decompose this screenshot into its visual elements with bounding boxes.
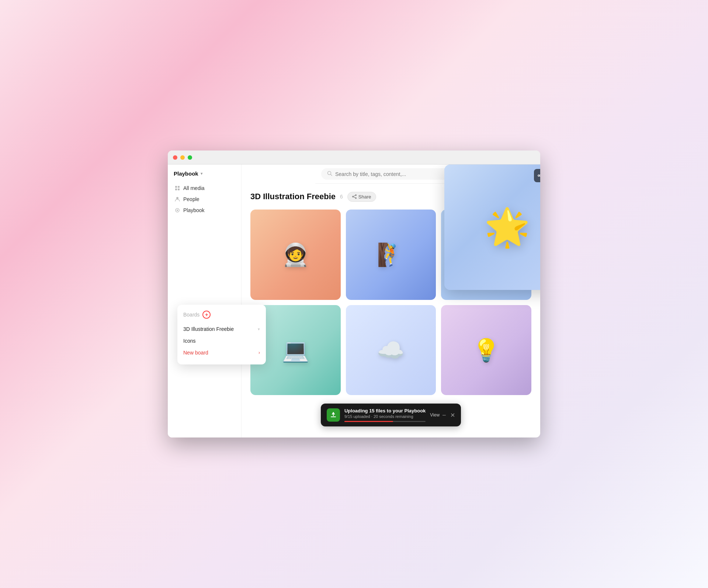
svg-rect-0 — [175, 186, 177, 188]
app-name-button[interactable]: Playbook ▾ — [168, 170, 241, 183]
add-board-button[interactable]: + — [202, 311, 211, 319]
sidebar-item-all-media[interactable]: All media — [171, 183, 238, 194]
card-emoji-5: ☁️ — [377, 337, 405, 363]
svg-point-22 — [538, 175, 539, 176]
board-name-3d: 3D Illustration Freebie — [183, 326, 258, 332]
card-emoji-4: 💻 — [282, 337, 309, 363]
share-button[interactable]: Share — [347, 192, 376, 202]
card-emoji-2: 🧗 — [377, 242, 405, 268]
toast-view-button[interactable]: View — [430, 412, 440, 418]
svg-line-11 — [353, 196, 355, 197]
toast-close-button[interactable]: ✕ — [450, 412, 455, 419]
board-item-3d[interactable]: 3D Illustration Freebie ▾ — [183, 323, 260, 335]
sidebar-item-people[interactable]: People — [171, 194, 238, 205]
preview-illustration: 🌟 — [484, 205, 530, 249]
svg-point-6 — [177, 210, 178, 211]
new-board-item[interactable]: New board › — [183, 347, 260, 359]
preview-share-button[interactable] — [534, 169, 540, 182]
toast-minimize-button[interactable]: – — [442, 412, 446, 418]
app-name-label: Playbook — [174, 170, 198, 177]
toast-subtitle: 9/15 uploaded · 20 seconds remaining — [344, 414, 426, 419]
page-title: 3D Illustration Freebie — [250, 192, 336, 201]
toast-progress-fill — [344, 421, 393, 422]
svg-rect-1 — [178, 186, 180, 188]
preview-actions — [534, 169, 540, 182]
svg-rect-2 — [175, 188, 177, 190]
board-item-icons[interactable]: Icons — [183, 335, 260, 347]
app-body: Playbook ▾ All media — [168, 165, 540, 437]
svg-line-12 — [353, 197, 355, 198]
person-icon — [174, 196, 180, 202]
toast-actions: View – ✕ — [430, 412, 455, 419]
sidebar: Playbook ▾ All media — [168, 165, 242, 437]
card-emoji-1: 🧑‍🚀 — [282, 242, 309, 268]
share-label: Share — [358, 194, 371, 200]
app-name-chevron: ▾ — [201, 172, 202, 176]
new-board-arrow: › — [258, 350, 260, 355]
svg-line-23 — [539, 174, 540, 175]
image-card-5[interactable]: ☁️ — [346, 305, 436, 395]
toast-progress-bar — [344, 421, 426, 422]
svg-line-24 — [539, 176, 540, 177]
close-button[interactable] — [173, 155, 177, 160]
card-emoji-6: 💡 — [472, 337, 500, 363]
svg-point-10 — [352, 196, 353, 197]
sidebar-item-playbook[interactable]: Playbook — [171, 205, 238, 216]
maximize-button[interactable] — [188, 155, 192, 160]
sidebar-nav: All media People — [168, 183, 241, 216]
svg-point-4 — [176, 197, 178, 199]
app-window: Playbook ▾ All media — [168, 151, 540, 437]
boards-popup: Boards + 3D Illustration Freebie ▾ Icons… — [177, 305, 266, 364]
toast-title: Uploading 15 files to your Playbook — [344, 408, 426, 414]
boards-popup-header: Boards + — [183, 311, 260, 319]
people-label: People — [183, 196, 199, 202]
toast-icon — [327, 408, 340, 422]
all-media-label: All media — [183, 185, 205, 191]
toast-content: Uploading 15 files to your Playbook 9/15… — [344, 408, 426, 422]
svg-rect-3 — [178, 188, 180, 190]
search-icon — [327, 171, 332, 177]
upload-toast: Uploading 15 files to your Playbook 9/15… — [321, 404, 461, 426]
svg-point-9 — [355, 198, 356, 199]
board-name-icons: Icons — [183, 338, 260, 344]
playbook-icon — [174, 207, 180, 213]
svg-point-8 — [355, 195, 356, 196]
titlebar — [168, 151, 540, 165]
item-count: 6 — [340, 194, 343, 200]
minimize-button[interactable] — [180, 155, 185, 160]
board-chevron-3d: ▾ — [258, 327, 260, 332]
image-card-6[interactable]: 💡 — [441, 305, 531, 395]
boards-label: Boards — [183, 312, 199, 318]
image-card-2[interactable]: 🧗 — [346, 210, 436, 300]
grid-icon — [174, 185, 180, 191]
new-board-label: New board — [183, 350, 208, 356]
image-preview: 🌟 — [444, 165, 540, 290]
image-card-1[interactable]: 🧑‍🚀 — [250, 210, 341, 300]
playbook-label: Playbook — [183, 207, 205, 213]
